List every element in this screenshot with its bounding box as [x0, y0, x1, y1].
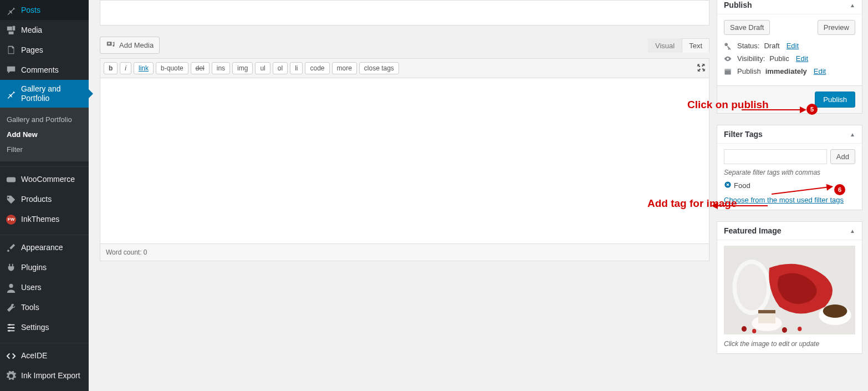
word-count-value: 0	[144, 248, 147, 256]
pushpin-icon	[6, 88, 17, 99]
title-input[interactable]	[100, 0, 709, 26]
editor-tabs: Visual Text	[648, 38, 709, 53]
brush-icon	[6, 242, 17, 253]
content-textarea[interactable]	[100, 78, 709, 244]
submenu-gallery-portfolio[interactable]: Gallery and Portfolio	[0, 112, 89, 127]
preview-button[interactable]: Preview	[818, 20, 855, 35]
submenu-add-new[interactable]: Add New	[0, 127, 89, 142]
sidebar-item-appearance[interactable]: Appearance	[0, 238, 89, 258]
sidebar-item-products[interactable]: Products	[0, 190, 89, 210]
sidebar-label: Ink Import Export	[21, 371, 83, 380]
tab-visual[interactable]: Visual	[648, 38, 682, 53]
choose-tags-link[interactable]: Choose from the most used filter tags	[724, 196, 844, 204]
qt-italic[interactable]: i	[120, 62, 131, 74]
pushpin-icon	[6, 4, 17, 16]
visibility-value: Public	[769, 54, 789, 63]
tab-text[interactable]: Text	[682, 38, 709, 53]
schedule-value: immediately	[765, 67, 807, 75]
qt-ul[interactable]: ul	[255, 62, 270, 74]
toggle-icon[interactable]: ▲	[850, 2, 855, 8]
code-icon	[6, 351, 17, 362]
pages-icon	[6, 44, 17, 55]
save-draft-button[interactable]: Save Draft	[724, 20, 770, 35]
remove-tag-icon[interactable]	[724, 181, 732, 190]
svg-point-14	[737, 264, 767, 311]
sidebar-label: Plugins	[21, 263, 83, 272]
schedule-label: Publish	[737, 67, 761, 75]
svg-point-23	[798, 327, 801, 331]
wrench-icon	[6, 302, 17, 313]
add-tag-button[interactable]: Add	[830, 149, 855, 164]
svg-rect-0	[7, 177, 16, 182]
sidebar-item-inkthemes[interactable]: FW InkThemes	[0, 210, 89, 230]
filter-tags-box: Filter Tags ▲ Add Separate filter tags w…	[717, 125, 862, 210]
fullscreen-icon[interactable]	[697, 63, 706, 74]
gear-icon	[6, 370, 17, 382]
annotation-text-6: Add tag for image	[647, 197, 737, 210]
tag-chip: Food	[724, 181, 750, 190]
sidebar-label: AceIDE	[21, 351, 83, 360]
sidebar-item-posts[interactable]: Posts	[0, 0, 89, 20]
active-arrow-icon	[89, 89, 93, 98]
user-icon	[6, 282, 17, 293]
media-icon	[6, 24, 17, 35]
status-label: Status:	[737, 42, 759, 50]
publish-button[interactable]: Publish	[815, 92, 855, 108]
admin-sidebar: Posts Media Pages Comments Gallery and P…	[0, 0, 89, 391]
sidebar-item-pages[interactable]: Pages	[0, 40, 89, 60]
qt-bquote[interactable]: b-quote	[156, 62, 188, 74]
edit-schedule-link[interactable]: Edit	[814, 67, 826, 75]
qt-li[interactable]: li	[290, 62, 303, 74]
sidebar-item-comments[interactable]: Comments	[0, 60, 89, 80]
add-media-button[interactable]: Add Media	[100, 37, 160, 54]
sidebar-label: Settings	[21, 323, 83, 332]
qt-del[interactable]: del	[191, 62, 210, 74]
sidebar-separator	[0, 341, 89, 343]
sidebar-submenu: Gallery and Portfolio Add New Filter	[0, 108, 89, 161]
sidebar-label: Products	[21, 195, 83, 204]
editor-status-bar: Word count: 0	[100, 244, 709, 261]
inkthemes-icon: FW	[6, 214, 17, 225]
qt-close-tags[interactable]: close tags	[359, 62, 399, 74]
svg-point-2	[9, 323, 11, 326]
featured-image-caption: Click the image to edit or update	[724, 340, 855, 348]
qt-img[interactable]: img	[232, 62, 253, 74]
svg-rect-19	[758, 310, 775, 313]
toggle-icon[interactable]: ▲	[850, 228, 855, 234]
eye-icon	[724, 55, 733, 63]
sidebar-label: Comments	[21, 65, 83, 75]
annotation-arrow-6-left	[712, 205, 768, 206]
sliders-icon	[6, 322, 17, 333]
sidebar-collapse[interactable]: Collapse menu	[0, 386, 89, 391]
sidebar-item-aceide[interactable]: AceIDE	[0, 346, 89, 366]
sidebar-item-settings[interactable]: Settings	[0, 318, 89, 338]
sidebar-item-media[interactable]: Media	[0, 20, 89, 40]
publish-title: Publish	[724, 1, 752, 9]
edit-visibility-link[interactable]: Edit	[796, 54, 808, 63]
status-value: Draft	[764, 42, 779, 50]
qt-bold[interactable]: b	[104, 62, 118, 74]
tag-label: Food	[734, 181, 750, 190]
sidebar-item-gallery-portfolio[interactable]: Gallery and Portfolio	[0, 80, 89, 108]
qt-code[interactable]: code	[305, 62, 329, 74]
qt-ins[interactable]: ins	[212, 62, 230, 74]
submenu-filter[interactable]: Filter	[0, 142, 89, 157]
sidebar-item-users[interactable]: Users	[0, 278, 89, 298]
tag-input[interactable]	[724, 149, 827, 164]
annotation-arrow-5	[742, 109, 805, 110]
toggle-icon[interactable]: ▲	[850, 131, 855, 138]
qt-more[interactable]: more	[332, 62, 357, 74]
annotation-badge-5: 5	[806, 104, 818, 115]
featured-image-thumbnail[interactable]	[724, 246, 855, 334]
svg-point-7	[108, 43, 110, 44]
sidebar-label: WooCommerce	[21, 175, 83, 184]
camera-music-icon	[106, 40, 116, 50]
qt-link[interactable]: link	[134, 62, 154, 74]
sidebar-item-tools[interactable]: Tools	[0, 298, 89, 318]
sidebar-item-ink-import-export[interactable]: Ink Import Export	[0, 366, 89, 386]
sidebar-item-woocommerce[interactable]: WooCommerce	[0, 170, 89, 190]
edit-status-link[interactable]: Edit	[787, 42, 799, 50]
sidebar-label: Pages	[21, 45, 83, 55]
sidebar-item-plugins[interactable]: Plugins	[0, 258, 89, 278]
qt-ol[interactable]: ol	[273, 62, 288, 74]
